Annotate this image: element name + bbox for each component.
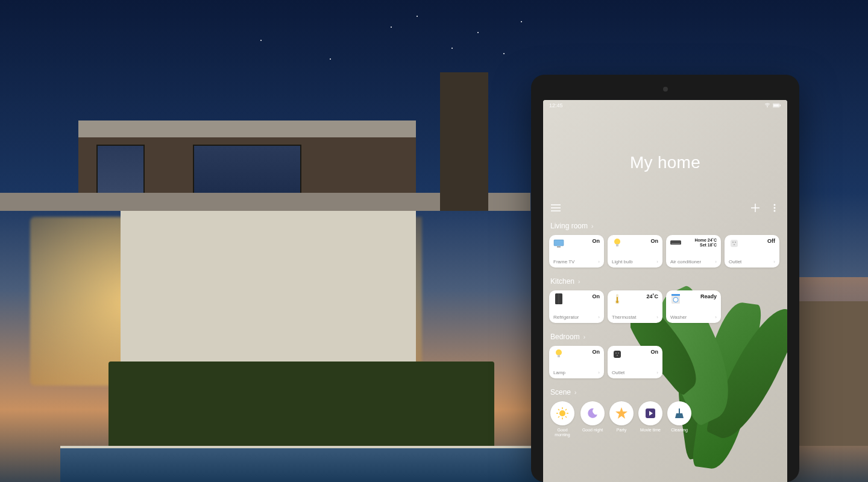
device-label: Air conditioner xyxy=(670,259,701,264)
scene-cleaning[interactable]: Cleaning xyxy=(667,401,691,437)
svg-rect-13 xyxy=(731,240,738,247)
svg-rect-7 xyxy=(554,240,564,246)
svg-point-32 xyxy=(559,410,565,416)
svg-point-29 xyxy=(615,352,617,354)
scene-label: Good night xyxy=(582,428,603,433)
device-card-outlet-bedroom[interactable]: On Outlet› xyxy=(608,346,662,378)
svg-point-14 xyxy=(732,242,734,243)
chevron-right-icon: › xyxy=(656,315,658,320)
svg-line-39 xyxy=(558,416,559,418)
svg-rect-22 xyxy=(617,297,618,302)
device-label: Thermostat xyxy=(612,315,636,320)
device-label: Refrigerator xyxy=(553,315,579,320)
scene-good-morning[interactable]: Good morning xyxy=(549,401,576,437)
svg-rect-28 xyxy=(614,351,621,358)
svg-rect-12 xyxy=(671,243,680,244)
device-label: Frame TV xyxy=(553,259,574,264)
svg-point-9 xyxy=(614,239,620,245)
chevron-right-icon: › xyxy=(773,259,775,264)
device-card-thermostat[interactable]: 24˚C Thermostat› xyxy=(608,290,662,323)
scenes-title: Scene xyxy=(550,388,571,396)
washer-icon xyxy=(670,293,681,304)
tablet-camera xyxy=(663,87,668,92)
chevron-right-icon: › xyxy=(598,259,600,264)
tv-icon xyxy=(553,238,564,249)
svg-line-40 xyxy=(565,409,567,410)
chevron-right-icon: › xyxy=(656,259,658,264)
device-card-frame-tv[interactable]: On Frame TV› xyxy=(549,235,604,268)
device-row-kitchen: On Refrigerator› 24˚C Thermostat› Ready xyxy=(549,290,781,323)
bulb-icon xyxy=(612,238,623,249)
movie-icon xyxy=(644,407,656,419)
scene-label: Movie time xyxy=(640,428,661,433)
scene-row: Good morning Good night Party Movie time… xyxy=(549,401,781,439)
device-label: Washer xyxy=(670,315,687,320)
svg-point-4 xyxy=(774,204,776,206)
menu-button[interactable] xyxy=(550,202,561,213)
scene-label: Cleaning xyxy=(671,428,688,433)
chevron-right-icon: › xyxy=(598,370,600,375)
room-name: Kitchen xyxy=(550,277,574,286)
svg-rect-42 xyxy=(679,408,680,413)
svg-rect-2 xyxy=(773,104,779,107)
scene-label: Good morning xyxy=(549,428,576,437)
chevron-right-icon: › xyxy=(583,334,585,340)
page-title: My home xyxy=(543,153,787,172)
status-bar: 12:45 xyxy=(543,100,787,111)
svg-point-6 xyxy=(774,210,776,212)
add-button[interactable] xyxy=(750,202,761,213)
device-status: On xyxy=(651,238,659,244)
scene-party[interactable]: Party xyxy=(609,401,634,437)
device-card-air-conditioner[interactable]: Home 24˚CSet 18˚C Air conditioner› xyxy=(666,235,721,268)
device-card-lamp[interactable]: On Lamp› xyxy=(549,346,604,378)
svg-point-26 xyxy=(556,349,562,355)
scene-movie-time[interactable]: Movie time xyxy=(638,401,662,437)
scene-label: Party xyxy=(617,428,626,433)
chevron-right-icon: › xyxy=(656,370,658,375)
title-area: My home xyxy=(543,111,787,202)
device-status: On xyxy=(593,349,600,355)
more-vertical-icon xyxy=(773,204,776,212)
cleaning-icon xyxy=(673,407,685,419)
room-header-bedroom[interactable]: Bedroom › xyxy=(549,330,781,346)
device-status: On xyxy=(593,238,600,244)
device-card-light-bulb[interactable]: On Light bulb› xyxy=(608,235,662,268)
svg-point-30 xyxy=(618,352,619,354)
svg-point-31 xyxy=(617,355,618,356)
more-button[interactable] xyxy=(769,202,780,213)
device-card-washer[interactable]: Ready Washer› xyxy=(666,290,721,323)
device-status: On xyxy=(593,293,600,299)
room-header-kitchen[interactable]: Kitchen › xyxy=(549,275,781,290)
svg-line-38 xyxy=(565,416,567,418)
svg-point-5 xyxy=(774,207,776,209)
svg-point-15 xyxy=(735,242,736,243)
svg-rect-27 xyxy=(558,355,560,357)
device-card-outlet[interactable]: Off Outlet› xyxy=(725,235,779,268)
device-row-bedroom: On Lamp› On Outlet› xyxy=(549,346,781,378)
svg-rect-10 xyxy=(616,244,618,246)
scenes-header[interactable]: Scene › xyxy=(549,386,781,401)
device-card-refrigerator[interactable]: On Refrigerator› xyxy=(549,290,604,323)
room-header-living-room[interactable]: Living room › xyxy=(549,219,781,235)
tablet-screen: 12:45 My home xyxy=(543,100,787,482)
device-status: Ready xyxy=(700,293,717,299)
device-label: Lamp xyxy=(553,370,565,375)
sun-icon xyxy=(556,407,569,420)
chevron-right-icon: › xyxy=(578,278,580,285)
device-status: Home 24˚CSet 18˚C xyxy=(694,238,717,248)
ac-icon xyxy=(670,238,681,249)
device-label: Light bulb xyxy=(612,259,633,264)
device-label: Outlet xyxy=(729,259,741,264)
svg-rect-24 xyxy=(671,294,680,296)
room-name: Bedroom xyxy=(550,333,580,341)
svg-line-37 xyxy=(558,409,559,410)
thermostat-icon xyxy=(612,293,623,304)
bulb-icon xyxy=(553,349,564,360)
device-status: 24˚C xyxy=(646,293,658,299)
svg-rect-8 xyxy=(557,246,561,248)
chevron-right-icon: › xyxy=(715,315,717,320)
status-time: 12:45 xyxy=(549,102,563,108)
content-area: Living room › On Frame TV› On Light b xyxy=(543,219,787,439)
toolbar xyxy=(543,202,787,219)
scene-good-night[interactable]: Good night xyxy=(580,401,605,437)
